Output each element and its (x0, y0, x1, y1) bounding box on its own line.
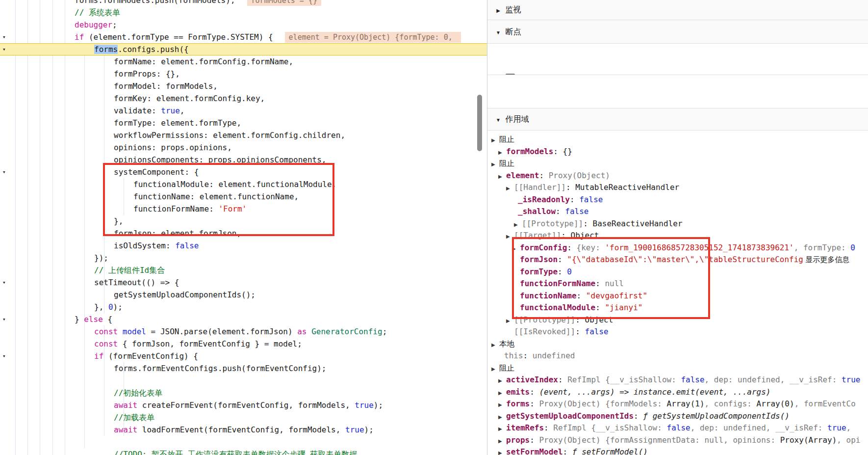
scope-tree-row[interactable]: ▶activeIndex: RefImpl {__v_isShallow: fa… (487, 374, 868, 386)
scope-token: [[Handler]] (514, 183, 566, 192)
code-line[interactable]: // 系统表单 (0, 6, 487, 19)
disclosure-triangle-icon[interactable]: ▶ (506, 183, 514, 194)
scope-section-header[interactable]: ▼ 作用域 (487, 108, 868, 131)
scope-tree-row[interactable]: ▶阻止 (487, 362, 868, 375)
scope-tree-row[interactable]: ▶阻止 (487, 134, 868, 146)
code-line[interactable]: ▾setTimeout(() => { (0, 276, 487, 289)
fold-arrow-icon[interactable]: ▾ (2, 31, 10, 43)
disclosure-triangle-icon[interactable]: ▶ (498, 411, 506, 423)
fold-arrow-icon[interactable]: ▾ (2, 43, 10, 55)
scope-token: RefImpl {__v_isShallow: (553, 423, 666, 432)
code-line[interactable]: formModel: formModels, (0, 80, 487, 92)
pause-caught-checkbox[interactable] (506, 74, 515, 75)
pause-caught-row[interactable]: 在抛出捕获的异常时暂停 (487, 58, 868, 75)
code-line[interactable]: }); (0, 252, 487, 264)
breakpoint-file-group[interactable]: ▼<>FormInformation.vue (487, 78, 868, 91)
code-line[interactable]: forms.formEventConfigs.push(formEventCon… (0, 362, 487, 375)
fold-arrow-icon[interactable]: ▾ (2, 313, 10, 325)
scope-tree-row[interactable]: ▶[[Handler]]: MutableReactiveHandler (487, 182, 868, 194)
disclosure-triangle-icon[interactable]: ▶ (514, 219, 522, 230)
disclosure-triangle-icon[interactable]: ▶ (498, 147, 506, 158)
disclosure-triangle-icon[interactable]: ▶ (498, 399, 506, 410)
scope-tree-row[interactable]: ▶formModels: {} (487, 146, 868, 158)
fold-arrow-icon[interactable]: ▾ (2, 276, 10, 289)
code-token: formName: element.formConfig.formName, (114, 57, 293, 66)
breakpoint-entry[interactable]: ✓if (element.formType == FormType.SYSTEM… (487, 92, 868, 106)
scope-tree-row: _isReadonly: false (487, 194, 868, 206)
fold-arrow-icon[interactable]: ▾ (2, 350, 10, 362)
disclosure-triangle-icon[interactable]: ▶ (498, 375, 506, 386)
code-line[interactable]: isOldSystem: false (0, 240, 487, 252)
disclosure-triangle-icon[interactable]: ▶ (491, 159, 499, 170)
disclosure-triangle-icon[interactable]: ▶ (498, 423, 506, 434)
scope-token: emits (506, 387, 530, 397)
code-token: .configs.push({ (118, 45, 189, 54)
code-line[interactable]: formProps: {}, (0, 68, 487, 80)
disclosure-triangle-icon[interactable]: ▶ (491, 134, 499, 146)
disclosure-triangle-icon[interactable]: ▶ (498, 387, 506, 399)
code-line[interactable]: ▾if (formEventConfig) { (0, 350, 487, 362)
disclosure-triangle-icon[interactable]: ▶ (498, 447, 506, 455)
disclosure-triangle-icon[interactable]: ▶ (491, 363, 499, 375)
scope-tree-row[interactable]: ▶forms: Proxy(Object) {formModels: Array… (487, 398, 868, 410)
scope-tree-row[interactable]: ▶setFormModel: ƒ setFormModel() (487, 446, 868, 455)
code-line[interactable]: ▾if (element.formType == FormType.SYSTEM… (0, 31, 487, 43)
chevron-right-icon[interactable]: ▶ (493, 1, 503, 21)
scope-tree-row[interactable]: ▶getSystemUploadComponentIds: ƒ getSyste… (487, 410, 868, 423)
code-line[interactable]: getSystemUploadComponentIds(); (0, 289, 487, 301)
code-line[interactable]: validate: true, (0, 105, 487, 117)
watch-section-header[interactable]: ▶ 监视 (487, 0, 868, 20)
scrollbar-thumb[interactable] (477, 95, 482, 151)
scope-tree-row: _shallow: false (487, 206, 868, 218)
scope-tree-row[interactable]: ▶阻止 (487, 158, 868, 170)
pause-uncaught-row[interactable]: 在抛出未捕获的异常时暂停 (487, 44, 868, 58)
code-line[interactable]: await createFormEvent(formEventConfig, f… (0, 399, 487, 411)
code-line[interactable]: formType: element.formType, (0, 117, 487, 129)
code-token: (formEventConfig) { (103, 351, 198, 361)
scope-tree-row[interactable]: ▶element: Proxy(Object) (487, 170, 868, 182)
fold-arrow-icon[interactable]: ▾ (2, 166, 10, 178)
code-line[interactable]: workflowPermissions: element.formConfig.… (0, 129, 487, 141)
scope-token: Proxy(Array) (780, 435, 837, 445)
chevron-down-icon[interactable]: ▼ (493, 21, 503, 44)
code-line[interactable]: //初始化表单 (0, 387, 487, 399)
code-line[interactable]: ▾} else { (0, 313, 487, 325)
code-token: formKey: element.formConfig.key, (114, 94, 265, 103)
scope-tree-row[interactable]: ▶emits: (event, ...args) => instance.emi… (487, 386, 868, 399)
code-line[interactable]: const model = JSON.parse(element.formJso… (0, 325, 487, 338)
code-line[interactable]: opinions: props.opinions, (0, 141, 487, 154)
disclosure-triangle-icon[interactable]: ▶ (498, 171, 506, 182)
code-line[interactable]: await loadFormEvent(formEventConfig, for… (0, 424, 487, 436)
disclosure-triangle-icon[interactable]: ▶ (491, 339, 499, 350)
scope-token: undefined (533, 351, 575, 360)
code-line[interactable]: formKey: element.formConfig.key, (0, 92, 487, 105)
code-line[interactable]: const { formJson, formEventConfig } = mo… (0, 338, 487, 350)
scope-token: false (579, 195, 603, 204)
code-line[interactable]: // 上传组件Id集合 (0, 264, 487, 276)
code-line[interactable]: //TODO: 暂不放开 工作流没有获取表单数据这个步骤 获取表单数据 (0, 448, 487, 455)
code-token: (element.formType == FormType.SYSTEM) { (84, 32, 273, 42)
code-line[interactable] (0, 436, 487, 448)
show-more-link[interactable]: 显示更多信息 (803, 255, 849, 264)
code-line[interactable]: debugger; (0, 19, 487, 31)
annotation-box (512, 237, 710, 319)
scope-token: false (565, 207, 588, 216)
disclosure-triangle-icon[interactable]: ▶ (498, 435, 506, 447)
chevron-down-icon[interactable]: ▼ (493, 109, 503, 131)
code-line[interactable]: forms.formModels.push(formModels);formMo… (0, 0, 487, 6)
code-line[interactable]: ▾forms.configs.push({ (0, 43, 487, 55)
code-line[interactable]: formName: element.formConfig.formName, (0, 55, 487, 68)
scope-token: forms (506, 399, 530, 408)
scope-token: Array(1) (667, 399, 705, 408)
scope-tree-row[interactable]: ▶[[Prototype]]: BaseReactiveHandler (487, 218, 868, 230)
scope-tree-row[interactable]: ▶itemRefs: RefImpl {__v_isShallow: false… (487, 422, 868, 434)
scope-tree-row[interactable]: ▶本地 (487, 338, 868, 350)
breakpoints-section-header[interactable]: ▼ 断点 (487, 20, 868, 44)
code-token: setTimeout(() => { (94, 278, 179, 287)
code-line[interactable]: //加载表单 (0, 411, 487, 424)
code-line[interactable]: }, 0); (0, 301, 487, 313)
scope-tree-row[interactable]: ▶props: Proxy(Object) {formAssignmentDat… (487, 434, 868, 447)
scope-token: : (634, 411, 643, 421)
code-line[interactable] (0, 375, 487, 387)
code-token: await (114, 401, 137, 410)
